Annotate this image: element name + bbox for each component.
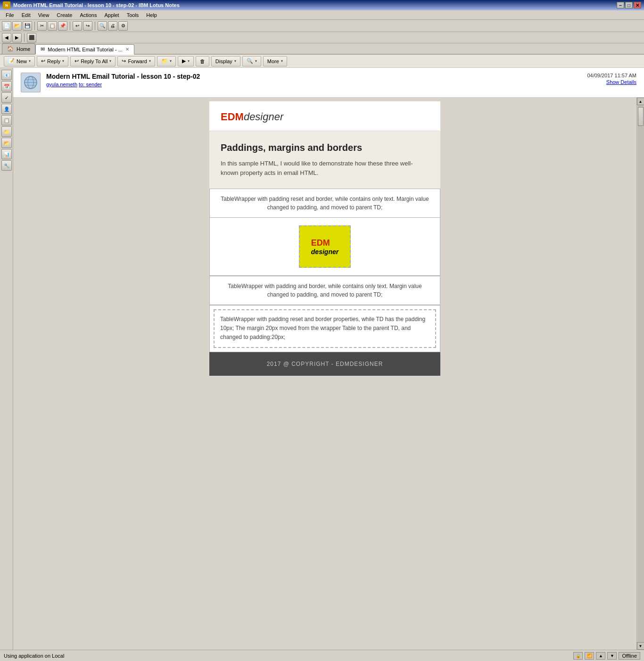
toolbar2-btn3[interactable]: ⬛ [27, 33, 36, 42]
toolbar-extra-btn[interactable]: ⚙ [118, 21, 128, 31]
reply-dropdown-arrow: ▾ [62, 59, 64, 63]
menu-actions[interactable]: Actions [76, 11, 100, 19]
status-text: Using application on Local [4, 653, 64, 659]
edm-logo: EDMdesigner [221, 111, 429, 123]
toolbar-search-btn[interactable]: 🔍 [98, 21, 107, 31]
toolbar-new-btn[interactable]: 📄 [2, 21, 11, 31]
sidebar-btn-6[interactable]: 📁 [1, 126, 12, 137]
toolbar-save-btn[interactable]: 💾 [23, 21, 32, 31]
search-button[interactable]: 🔍 ▾ [242, 56, 261, 66]
logo-box-designer: designer [311, 248, 339, 256]
sidebar-btn-8[interactable]: 📊 [1, 149, 12, 159]
scroll-up-arrow[interactable]: ▲ [637, 98, 644, 105]
sidebar-btn-9[interactable]: 🔧 [1, 160, 12, 171]
menu-help[interactable]: Help [142, 11, 161, 19]
new-button[interactable]: 📝 New ▾ [4, 56, 35, 66]
search-icon: 🔍 [247, 58, 253, 64]
toolbar-copy-btn[interactable]: 📋 [48, 21, 57, 31]
left-sidebar: 📧 📅 ✓ 👤 📋 📁 📂 📊 🔧 [0, 68, 13, 650]
email-body: EDMdesigner Paddings, margins and border… [209, 101, 440, 376]
forward-button[interactable]: ↪ Forward ▾ [117, 56, 155, 66]
menu-edit[interactable]: Edit [18, 11, 34, 19]
menu-create[interactable]: Create [53, 11, 76, 19]
display-button[interactable]: Display ▾ [211, 56, 240, 66]
sidebar-btn-5[interactable]: 📋 [1, 115, 12, 125]
toolbar2-btn2[interactable]: ▶ [12, 33, 22, 42]
content-scroll[interactable]: EDMdesigner Paddings, margins and border… [13, 98, 636, 650]
minimize-button[interactable]: – [617, 2, 624, 8]
email-to-label: to: [79, 82, 86, 87]
sidebar-btn-7[interactable]: 📂 [1, 138, 12, 148]
menu-tools[interactable]: Tools [123, 11, 143, 19]
scroll-thumb[interactable] [638, 107, 644, 126]
toolbar2-btn1[interactable]: ◀ [2, 33, 11, 42]
window-title: Modern HTML Email Tutorial - lesson 10 -… [13, 2, 180, 8]
reply-all-dropdown-arrow: ▾ [109, 59, 111, 63]
toolbar-open-btn[interactable]: 📂 [12, 21, 22, 31]
email-footer: 2017 @ COPYRIGHT - EDMDESIGNER [209, 352, 440, 376]
sidebar-btn-3[interactable]: ✓ [1, 92, 12, 103]
toolbar-cut-btn[interactable]: ✂ [37, 21, 47, 31]
email-to-value: sender [86, 82, 102, 87]
edm-text: EDM [221, 111, 244, 123]
menu-file[interactable]: File [2, 11, 18, 19]
email-meta: 04/09/2017 11:57 AM Show Details [587, 73, 636, 85]
scroll-area: EDMdesigner Paddings, margins and border… [13, 98, 644, 650]
table-wrapper-3: TableWrapper with padding reset and bord… [209, 305, 440, 352]
toolbar-print-btn[interactable]: 🖨 [108, 21, 117, 31]
toolbar-2: ◀ ▶ ⬛ [0, 32, 644, 43]
reply-all-button[interactable]: ↩ Reply To All ▾ [70, 56, 116, 66]
show-details-link[interactable]: Show Details [587, 79, 636, 85]
table-wrapper-1: TableWrapper with padding reset and bord… [209, 189, 440, 305]
email-icon: ✉ [41, 46, 45, 52]
table1-text: TableWrapper with padding reset and bord… [210, 189, 440, 217]
display-label: Display [215, 58, 232, 64]
forward-label: Forward [128, 58, 147, 64]
more-dropdown-arrow: ▾ [281, 59, 283, 63]
more-button[interactable]: More ▾ [263, 56, 287, 66]
email-from-link[interactable]: gyula.nemeth [46, 82, 77, 87]
send-dropdown-arrow: ▾ [188, 59, 190, 63]
scroll-down-arrow[interactable]: ▼ [637, 642, 644, 650]
send-icon: ▶ [182, 58, 186, 64]
sidebar-btn-2[interactable]: 📅 [1, 81, 12, 91]
globe-icon [23, 75, 38, 90]
status-icon-3: ▲ [596, 652, 605, 660]
reply-button[interactable]: ↩ Reply ▾ [37, 56, 68, 66]
maximize-button[interactable]: □ [625, 2, 633, 8]
send-button[interactable]: ▶ ▾ [178, 56, 194, 66]
table2-text: TableWrapper with padding and border, wh… [210, 276, 440, 305]
sidebar-btn-1[interactable]: 📧 [1, 70, 12, 80]
status-right: 🔒 📶 ▲ ▼ Offline [573, 652, 640, 660]
menu-applet[interactable]: Applet [100, 11, 123, 19]
new-dropdown-arrow: ▾ [29, 59, 31, 63]
status-icon-1: 🔒 [573, 652, 583, 660]
logo-box: EDM designer [299, 225, 351, 268]
sidebar-btn-4[interactable]: 👤 [1, 104, 12, 114]
title-bar: N Modern HTML Email Tutorial - lesson 10… [0, 0, 644, 10]
menu-view[interactable]: View [34, 11, 53, 19]
email-area: Modern HTML Email Tutorial - lesson 10 -… [13, 68, 644, 650]
vertical-scrollbar[interactable]: ▲ ▼ [636, 98, 644, 650]
table3-text: TableWrapper with padding reset and bord… [220, 315, 429, 342]
scroll-track[interactable] [637, 105, 644, 642]
reply-all-icon: ↩ [74, 58, 79, 64]
logo-box-edm: EDM [311, 238, 330, 248]
tab-email[interactable]: ✉ Modern HTML Email Tutorial - ... ✕ [35, 44, 134, 55]
toolbar-redo-btn[interactable]: ↪ [83, 21, 92, 31]
menu-bar: File Edit View Create Actions Applet Too… [0, 10, 644, 20]
tab-close-button[interactable]: ✕ [125, 47, 129, 52]
content-heading: Paddings, margins and borders [221, 142, 429, 153]
delete-icon: 🗑 [200, 58, 205, 64]
toolbar-paste-btn[interactable]: 📌 [58, 21, 67, 31]
close-button[interactable]: ✕ [634, 2, 641, 8]
folder-button[interactable]: 📁 ▾ [157, 56, 176, 66]
email-avatar [21, 73, 41, 92]
new-icon: 📝 [8, 58, 15, 64]
toolbar-1: 📄 📂 💾 ✂ 📋 📌 ↩ ↪ 🔍 🖨 ⚙ [0, 20, 644, 32]
toolbar-undo-btn[interactable]: ↩ [73, 21, 82, 31]
folder-dropdown-arrow: ▾ [170, 59, 172, 63]
tab-home[interactable]: 🏠 Home [2, 43, 35, 54]
delete-button[interactable]: 🗑 [196, 56, 209, 66]
edm-logo-section: EDMdesigner [209, 101, 440, 131]
